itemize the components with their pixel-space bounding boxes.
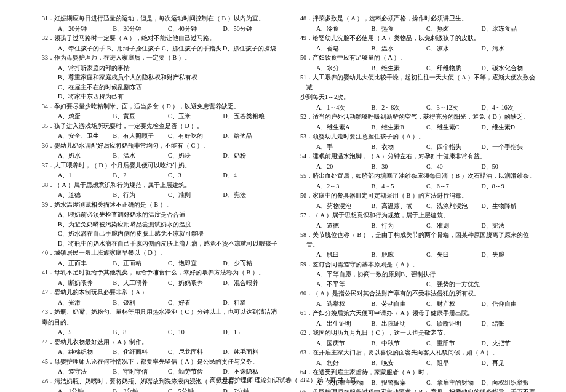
question-text: 43．奶瓶、奶嘴、奶粉勺、量杯等用具用热水浸泡（ C ）分钟以上，也可以达到清洁…: [42, 307, 278, 317]
option-row: A、1B、2C、3D、4: [42, 170, 278, 180]
option: D、少而精: [223, 258, 279, 268]
question-subline: A、喂奶前必须先检查调好奶水的温度是否合适: [42, 210, 278, 220]
option: A、断奶喂养: [58, 278, 113, 288]
option: A、手: [316, 142, 372, 152]
option: D、火把节: [482, 338, 537, 348]
option: B、正而精: [113, 258, 169, 268]
option: D、碳水化合物: [482, 63, 537, 73]
option: B、行为: [113, 190, 169, 200]
question-text: 50．产妇饮食中应有足够量的（ A ）。: [300, 53, 536, 63]
question-subline: A、常打听家庭内部的事情: [42, 63, 278, 73]
question-text: 56．家庭中的餐具器皿定可定期采用（ B ）的方法进行消毒。: [300, 191, 536, 201]
option: A、1～4次: [316, 103, 372, 113]
option-row: A、选举权B、劳动自由C、财产权D、信仰自由: [300, 299, 536, 309]
option: B、锐利: [113, 298, 169, 308]
option: D、给奖品: [223, 131, 279, 141]
option-row: A、正而丰B、正而精C、饱即宜D、少而精: [42, 258, 278, 268]
option: C、四个指头: [426, 142, 482, 152]
right-column: 48．拌菜多数是（ A ），选料必须严格，操作时必须讲卫生。A、冷食B、热食C、…: [289, 14, 541, 380]
option: C、好看: [168, 298, 223, 308]
option: A、鸡蛋: [58, 111, 113, 121]
question-text: 37．人工喂养时，（ D ）个月后婴儿便可以吃纯牛奶。: [42, 161, 278, 170]
option: B、8: [113, 327, 169, 337]
option: B、维生素: [372, 63, 427, 73]
option: C、诊断证明: [426, 319, 482, 329]
option: B、黄豆: [113, 111, 169, 121]
option: C、强势的一方优先: [426, 279, 482, 289]
option: C、5分钟: [168, 386, 223, 392]
option: D、混合喂养: [223, 278, 279, 288]
option: D、结账: [482, 319, 537, 329]
option: D、8～9: [482, 182, 537, 191]
option: D、不诛隐私: [223, 367, 279, 377]
question-text: 39．奶水温度测试相关描述不正确的是（ B ）。: [42, 200, 278, 210]
question-text: 52．适当的户外活动能够呼吸到新鲜的空气，获得充分的阳光，避免（ D ）的缺乏。: [300, 112, 536, 122]
option: B、维生素B: [372, 122, 427, 132]
option: [491, 270, 536, 279]
option: B、守时守信: [113, 367, 169, 377]
option: B、脱腕: [372, 250, 427, 260]
option: D、失腕: [482, 250, 537, 260]
option: D、清水: [482, 44, 537, 54]
option-row: A、5B、8C、10D、15: [42, 327, 278, 337]
option: C、维生素C: [426, 122, 482, 132]
option: D、宪法: [223, 190, 279, 200]
question-subline: B、尊重家庭和家庭成员个人的隐私权和财产私有权: [42, 73, 278, 82]
option-row: A、20B、30C、40D、50: [300, 162, 536, 172]
option: C、凉水: [426, 44, 482, 54]
option: A、1分钟: [58, 386, 113, 392]
option: C、有好吃的: [168, 131, 223, 141]
option: A、20: [316, 162, 372, 172]
option: D、再见: [482, 358, 537, 368]
option: D、粗糙: [223, 298, 279, 308]
option-row: A、奶水B、温水C、奶块D、奶粉: [42, 151, 278, 161]
option: C、40: [426, 162, 482, 172]
option: A、奶水: [58, 151, 113, 161]
option: B、30分钟: [113, 24, 169, 34]
option: A、正而丰: [58, 258, 113, 268]
option-row: A、冷食B、热食C、热卤D、冰冻食品: [300, 24, 536, 34]
question-text: 38．（ A ）属于思想意识和行为规范，属于上层建筑。: [42, 180, 278, 190]
question-text: 40．城镇居民一般上班族家庭早餐以（ D ）。: [42, 248, 278, 258]
question-text: 59．签订合同需遵守的基本原则是（ A ）。: [300, 260, 536, 270]
option-row: A、水分B、维生素C、纤维物质D、碳水化合物: [300, 63, 536, 73]
option: B、行为: [372, 221, 427, 231]
option: C、尼龙面料: [168, 347, 223, 357]
option: A、道德: [316, 221, 372, 231]
question-subline: D、将家中东西持为己有: [42, 92, 278, 102]
option-row: A、1分钟B、3分钟C、5分钟D、7分钟: [42, 386, 278, 392]
question-text: 33．作为母婴护理师，在进入家庭后，一定要（ B ）。: [42, 53, 278, 63]
option: B、出院证明: [372, 319, 427, 329]
option-row: A、平等自愿，协商一致的原则B、强制执行: [300, 270, 536, 279]
question-text: 65．母婴护理师在服务过程中应主动要求（ B ）意见，把爱他们的服务指导，千万不…: [300, 387, 536, 392]
question-subline: C、奶水滴在自己手腕内侧的皮肤上感觉不凉就可能喂: [42, 229, 278, 239]
question-text: 62．我国的明历九月九日（ C ），这一天也是敬老节。: [300, 328, 536, 338]
option-row: A、遵守法B、守时守信C、勤劳节俭D、不诛隐私: [42, 367, 278, 377]
question-text: 54．睡眠前用温水泡脚，（ A ）分钟左右，对孕妇十健康非常有益。: [300, 151, 536, 161]
option: C、失臼: [426, 250, 482, 260]
option: D、五谷类粗粮: [223, 111, 279, 121]
option: A、道德: [58, 190, 113, 200]
option: B、30: [372, 162, 427, 172]
option-row: A、鸡蛋B、黄豆C、玉米D、五谷类粗粮: [42, 111, 278, 121]
option: C、重阳节: [426, 338, 482, 348]
question-text: 36．婴幼儿奶水调配好后应将奶瓶非常均匀，不能有（ C ）。: [42, 141, 278, 151]
option: D、7分钟: [223, 386, 279, 392]
option: D、50分钟: [223, 24, 279, 34]
option: A、纯棉织物: [58, 347, 113, 357]
question-subline: B、为避免奶嘴被污染应用嘴品尝测试奶水的温度: [42, 220, 278, 230]
option: C、奶块: [168, 151, 223, 161]
option: C、阻早: [426, 358, 482, 368]
question-text: 49．给婴幼儿洗脸不必使用（ A ）类物品，以免刺激孩子的皮肤。: [300, 33, 536, 43]
option: C、准则: [426, 221, 482, 231]
question-text: 53．领婴幼儿走时要注意握住孩子的（ A ）。: [300, 132, 536, 142]
question-text: 44．婴幼儿衣物最好选用（ A ）制作。: [42, 337, 278, 347]
option: D、一个手指头: [482, 142, 537, 152]
option: B、中秋节: [372, 338, 427, 348]
question-text: 42．婴幼儿的木制玩具必要非常（ A ）: [42, 287, 278, 297]
option: B、4～5: [372, 182, 427, 191]
option: B、3分钟: [113, 386, 169, 392]
option-row: A、20分钟B、30分钟C、40分钟D、50分钟: [42, 24, 278, 34]
question-text: 45．母婴护理师无论在何种情况下，都要率先坚信（ A ）是公民的责任与义务。: [42, 357, 278, 367]
option-row: A、您好B、晚安C、阻早D、再见: [300, 358, 536, 368]
